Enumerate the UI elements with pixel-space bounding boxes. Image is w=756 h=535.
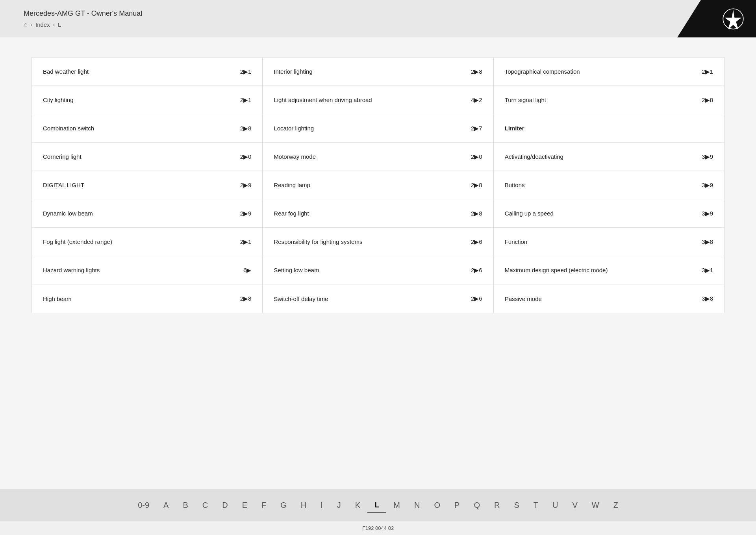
list-item: Bad weather light 2▶1 <box>32 58 262 86</box>
index-page[interactable]: 2▶8 <box>240 295 252 302</box>
alpha-I[interactable]: I <box>313 498 330 512</box>
index-term: Reading lamp <box>274 181 466 189</box>
list-item: Light adjustment when driving abroad 4▶2 <box>263 86 493 114</box>
list-item: Reading lamp 2▶8 <box>263 171 493 199</box>
breadcrumb-sep-1: › <box>31 22 32 28</box>
index-page[interactable]: 2▶8 <box>702 97 713 104</box>
index-page[interactable]: 2▶1 <box>702 68 713 75</box>
home-icon[interactable]: ⌂ <box>24 21 28 28</box>
index-term: City lighting <box>43 96 235 104</box>
page-title: Mercedes-AMG GT - Owner's Manual <box>24 9 142 18</box>
alpha-A[interactable]: A <box>156 498 176 512</box>
alpha-W[interactable]: W <box>585 498 606 512</box>
index-page[interactable]: 2▶6 <box>471 238 482 245</box>
alphabet-nav: 0-9 A B C D E F G H I J K L M N O P Q R … <box>0 489 756 521</box>
index-column-2: Interior lighting 2▶8 Light adjustment w… <box>263 58 493 313</box>
index-term: Switch-off delay time <box>274 295 466 303</box>
breadcrumb-sep-2: › <box>53 22 55 28</box>
alpha-N[interactable]: N <box>407 498 427 512</box>
index-page[interactable]: 2▶6 <box>471 295 482 302</box>
list-item: Cornering light 2▶0 <box>32 143 262 171</box>
list-item: Buttons 3▶9 <box>494 171 724 199</box>
alpha-G[interactable]: G <box>273 498 294 512</box>
section-title: Limiter <box>505 124 708 132</box>
list-item: Rear fog light 2▶8 <box>263 199 493 228</box>
alpha-L[interactable]: L <box>367 498 386 513</box>
index-table: Bad weather light 2▶1 City lighting 2▶1 … <box>32 57 724 313</box>
index-page[interactable]: 4▶2 <box>471 97 482 104</box>
index-term: Fog light (extended range) <box>43 238 235 246</box>
index-page[interactable]: 3▶1 <box>702 267 713 274</box>
logo-area <box>677 0 756 37</box>
index-page[interactable]: 3▶8 <box>702 295 713 302</box>
header: Mercedes-AMG GT - Owner's Manual ⌂ › Ind… <box>0 0 756 37</box>
index-page[interactable]: 6▶ <box>243 267 251 274</box>
index-page[interactable]: 2▶8 <box>240 125 252 132</box>
alpha-09[interactable]: 0-9 <box>131 498 156 512</box>
list-item: Topographical compensation 2▶1 <box>494 58 724 86</box>
index-term: Hazard warning lights <box>43 266 239 274</box>
index-page[interactable]: 2▶6 <box>471 267 482 274</box>
list-item: Dynamic low beam 2▶9 <box>32 199 262 228</box>
alpha-R[interactable]: R <box>487 498 507 512</box>
alpha-M[interactable]: M <box>386 498 407 512</box>
index-term: Locator lighting <box>274 124 466 132</box>
index-page[interactable]: 2▶0 <box>471 153 482 160</box>
mercedes-logo <box>722 8 744 30</box>
index-column-1: Bad weather light 2▶1 City lighting 2▶1 … <box>32 58 263 313</box>
index-page[interactable]: 2▶8 <box>471 182 482 189</box>
index-term: Setting low beam <box>274 266 466 274</box>
index-page[interactable]: 2▶1 <box>240 238 252 245</box>
list-item: Activating/deactivating 3▶9 <box>494 143 724 171</box>
index-term: Motorway mode <box>274 152 466 161</box>
index-term: Interior lighting <box>274 67 466 76</box>
alpha-K[interactable]: K <box>348 498 367 512</box>
alpha-J[interactable]: J <box>330 498 348 512</box>
index-term: Responsibility for lighting systems <box>274 238 466 246</box>
header-left: Mercedes-AMG GT - Owner's Manual ⌂ › Ind… <box>24 9 142 28</box>
index-page[interactable]: 2▶8 <box>471 210 482 217</box>
alpha-U[interactable]: U <box>545 498 565 512</box>
index-page[interactable]: 2▶8 <box>471 68 482 75</box>
breadcrumb-index[interactable]: Index <box>35 21 50 28</box>
list-item: Function 3▶8 <box>494 228 724 256</box>
list-item: Fog light (extended range) 2▶1 <box>32 228 262 256</box>
index-term: Turn signal light <box>505 96 697 104</box>
index-page[interactable]: 2▶1 <box>240 97 252 104</box>
index-page[interactable]: 2▶9 <box>240 182 252 189</box>
index-page[interactable]: 3▶9 <box>702 210 713 217</box>
alpha-B[interactable]: B <box>176 498 195 512</box>
list-item: Combination switch 2▶8 <box>32 114 262 143</box>
alpha-P[interactable]: P <box>447 498 467 512</box>
list-item: Turn signal light 2▶8 <box>494 86 724 114</box>
list-item: DIGITAL LIGHT 2▶9 <box>32 171 262 199</box>
index-term: Topographical compensation <box>505 67 697 76</box>
index-page[interactable]: 3▶9 <box>702 153 713 160</box>
main-content: Bad weather light 2▶1 City lighting 2▶1 … <box>0 37 756 489</box>
list-item: Locator lighting 2▶7 <box>263 114 493 143</box>
index-term: High beam <box>43 295 235 303</box>
index-term: Buttons <box>505 181 697 189</box>
alpha-E[interactable]: E <box>235 498 254 512</box>
index-page[interactable]: 2▶0 <box>240 153 252 160</box>
alpha-Z[interactable]: Z <box>606 498 625 512</box>
index-page[interactable]: 2▶7 <box>471 125 482 132</box>
alpha-V[interactable]: V <box>565 498 584 512</box>
index-page[interactable]: 3▶8 <box>702 238 713 245</box>
alpha-S[interactable]: S <box>507 498 526 512</box>
index-page[interactable]: 3▶9 <box>702 182 713 189</box>
alpha-T[interactable]: T <box>526 498 545 512</box>
alpha-Q[interactable]: Q <box>467 498 487 512</box>
breadcrumb-current: L <box>58 21 61 28</box>
alpha-O[interactable]: O <box>427 498 447 512</box>
list-item: Hazard warning lights 6▶ <box>32 256 262 284</box>
alpha-H[interactable]: H <box>294 498 313 512</box>
alpha-F[interactable]: F <box>254 498 273 512</box>
index-page[interactable]: 2▶9 <box>240 210 252 217</box>
list-item: Motorway mode 2▶0 <box>263 143 493 171</box>
index-page[interactable]: 2▶1 <box>240 68 252 75</box>
list-item: Setting low beam 2▶6 <box>263 256 493 284</box>
list-item: Passive mode 3▶8 <box>494 284 724 313</box>
alpha-D[interactable]: D <box>215 498 235 512</box>
alpha-C[interactable]: C <box>195 498 215 512</box>
